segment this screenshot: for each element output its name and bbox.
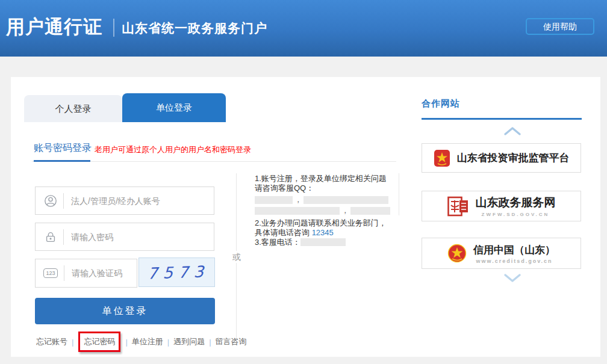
red-seal-icon	[447, 196, 469, 217]
partner-sites-title: 合作网站	[422, 98, 460, 110]
header-bar: 用户通行证 山东省统一政务服务门户 使用帮助	[0, 0, 607, 57]
national-emblem-round-icon	[447, 244, 467, 263]
vertical-divider	[236, 265, 237, 339]
help-notes: 1.账号注册，登录及单位绑定相关问题 请咨询客服QQ： ， ， 2.业务办理问题…	[255, 174, 404, 247]
qq-separator: ，	[340, 207, 350, 215]
hotline-link[interactable]: 12345	[312, 228, 334, 237]
field-separator	[63, 193, 64, 209]
tab-personal-login[interactable]: 个人登录	[24, 95, 122, 122]
partner-site-name: 山东政务服务网	[476, 195, 556, 211]
account-input[interactable]	[71, 196, 214, 206]
partner-site-card-credit[interactable]: 信用中国（山东） www.creditsd.gov.cn	[422, 238, 581, 269]
partner-site-name: 信用中国（山东）	[473, 243, 555, 257]
unit-login-button[interactable]: 单位登录	[35, 298, 215, 324]
captcha-image[interactable]: 7573	[139, 258, 215, 287]
password-field-wrap	[35, 223, 214, 251]
problems-link[interactable]: 遇到问题	[173, 336, 205, 347]
footer-links: 忘记账号 | 忘记密码 | 单位注册 | 遇到问题 | 留言咨询	[36, 330, 241, 354]
partner-site-name: 山东省投资审批监管平台	[457, 151, 570, 165]
carousel-down-icon[interactable]	[503, 273, 521, 283]
forgot-password-link[interactable]: 忘记密码	[84, 337, 115, 346]
link-separator: |	[121, 338, 131, 347]
national-emblem-icon	[434, 149, 450, 167]
help-line: 3.客服电话：	[255, 238, 404, 247]
link-separator: |	[163, 338, 173, 347]
redacted-block	[304, 196, 388, 204]
field-separator	[64, 265, 64, 281]
partner-site-card-zwfw[interactable]: 山东政务服务网 ZWFW.SD.GOV.CN	[422, 191, 581, 221]
section-title: 账号密码登录	[34, 142, 92, 155]
partner-sites-underline	[422, 118, 582, 120]
tab-unit-login[interactable]: 单位登录	[122, 93, 226, 122]
captcha-code: 7573	[144, 262, 210, 283]
section-title-underline	[34, 160, 90, 162]
login-panel: 个人登录 单位登录 账号密码登录 老用户可通过原个人用户的用户名和密码登录 12…	[11, 77, 600, 357]
help-button[interactable]: 使用帮助	[526, 18, 594, 35]
captcha-input[interactable]	[72, 268, 137, 278]
redacted-block	[300, 238, 346, 246]
unit-register-link[interactable]: 单位注册	[132, 336, 163, 347]
help-line-prefix: 具体请电话咨询	[255, 228, 312, 237]
link-separator: |	[205, 338, 215, 347]
redacted-qq-row: ，	[255, 207, 404, 215]
partner-site-url: ZWFW.SD.GOV.CN	[482, 212, 550, 217]
forgot-account-link[interactable]: 忘记账号	[36, 336, 67, 347]
password-input[interactable]	[71, 232, 214, 242]
link-separator: |	[67, 338, 78, 347]
lock-icon	[44, 230, 57, 244]
help-line: 2.业务办理问题请联系相关业务部门，	[255, 218, 404, 228]
carousel-up-icon[interactable]	[503, 126, 521, 136]
qq-separator: ，	[293, 196, 304, 204]
help-line: 1.账号注册，登录及单位绑定相关问题	[255, 174, 404, 184]
feedback-link[interactable]: 留言咨询	[216, 336, 247, 347]
partner-site-url: www.creditsd.gov.cn	[476, 258, 552, 264]
brand-title: 用户通行证	[6, 14, 102, 40]
partner-site-card-investment[interactable]: 山东省投资审批监管平台	[422, 143, 581, 173]
highlight-annotation-box: 忘记密码	[78, 332, 120, 352]
help-line-prefix: 3.客服电话：	[255, 238, 300, 247]
user-icon	[44, 194, 57, 208]
redacted-block	[255, 196, 293, 204]
field-separator	[63, 229, 64, 245]
brand-divider	[113, 19, 114, 37]
redacted-qq-row: ，	[255, 196, 404, 204]
help-line: 具体请电话咨询 12345	[255, 228, 404, 238]
help-line: 请咨询客服QQ：	[255, 184, 404, 193]
or-label: 或	[231, 251, 242, 263]
captcha-field-wrap: 123	[35, 259, 137, 288]
redacted-block	[350, 207, 390, 215]
digits-123-icon: 123	[43, 268, 58, 278]
account-field-wrap	[35, 187, 214, 215]
redacted-block	[255, 207, 340, 215]
page: 用户通行证 山东省统一政务服务门户 使用帮助 个人登录 单位登录 账号密码登录 …	[0, 0, 607, 364]
portal-title: 山东省统一政务服务门户	[122, 20, 267, 37]
section-note: 老用户可通过原个人用户的用户名和密码登录	[95, 144, 251, 155]
